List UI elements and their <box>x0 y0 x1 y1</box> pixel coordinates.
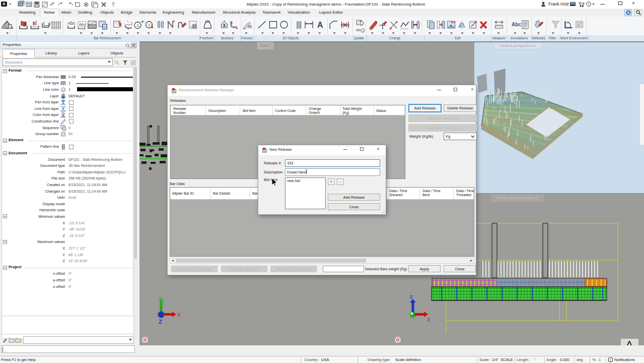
svg-text:?: ? <box>588 3 590 6</box>
svg-text:A: A <box>317 21 323 29</box>
svg-text:Abc: Abc <box>356 28 363 32</box>
svg-text:Abc: Abc <box>79 22 86 27</box>
svg-text:Frank Holz: Frank Holz <box>548 2 569 7</box>
svg-text:Z: Z <box>159 319 162 325</box>
svg-text:Z: Z <box>410 294 413 299</box>
svg-text:Abc: Abc <box>67 21 76 26</box>
svg-text:1: 1 <box>148 23 151 27</box>
svg-text:Abc: Abc <box>512 22 521 27</box>
svg-text:X: X <box>177 312 181 318</box>
svg-text:1: 1 <box>137 23 139 28</box>
svg-text:X: X <box>427 317 431 323</box>
